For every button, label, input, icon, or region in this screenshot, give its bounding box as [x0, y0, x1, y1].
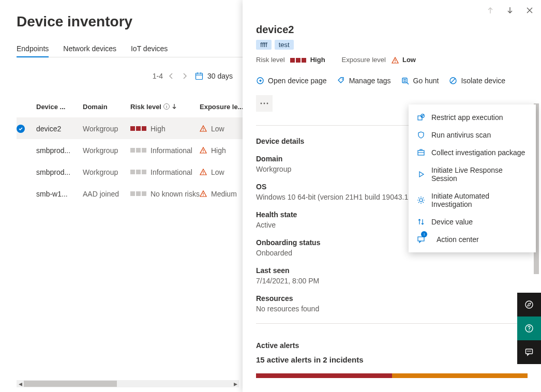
go-hunt-button[interactable]: Go hunt [401, 77, 439, 85]
scroll-left-icon[interactable]: ◂ [17, 380, 24, 387]
isolate-icon [449, 77, 457, 85]
more-actions-menu: Restrict app execution Run antivirus sca… [409, 104, 536, 252]
col-risk[interactable]: Risk level i [130, 103, 200, 111]
svg-point-28 [525, 301, 533, 308]
date-filter-label: 30 days [207, 72, 233, 80]
svg-point-5 [203, 130, 203, 130]
svg-rect-22 [418, 116, 422, 120]
isolate-device-button[interactable]: Isolate device [449, 77, 505, 85]
tab-endpoints[interactable]: Endpoints [17, 41, 49, 57]
pager-range: 1-4 [153, 72, 163, 80]
svg-point-19 [261, 102, 262, 104]
horizontal-scrollbar[interactable]: ◂ ▸ [17, 380, 239, 387]
warning-icon [200, 125, 207, 132]
alerts-summary: 15 active alerts in 2 incidents [256, 355, 528, 364]
date-filter[interactable]: 30 days [195, 72, 233, 80]
sort-arrow-down-icon [172, 103, 177, 110]
play-icon [417, 170, 425, 178]
menu-collect-package[interactable]: Collect investigation package [409, 144, 536, 161]
dock-button-feedback[interactable] [517, 340, 541, 364]
svg-rect-0 [196, 73, 202, 80]
manage-tags-button[interactable]: Manage tags [337, 77, 391, 85]
svg-point-9 [203, 173, 203, 174]
svg-point-26 [419, 199, 423, 202]
ellipsis-icon [260, 102, 268, 104]
dock-button-help[interactable] [517, 316, 541, 340]
more-actions-button[interactable] [256, 95, 273, 112]
tag-icon [337, 77, 345, 85]
table-row[interactable]: smbprod... Workgroup Informational High [17, 139, 243, 161]
table-row[interactable]: smb-w1... AAD joined No known risks.. Me… [17, 183, 243, 204]
svg-point-7 [203, 152, 203, 152]
svg-point-11 [203, 195, 203, 195]
table-row[interactable]: device2 Workgroup High Low [17, 117, 243, 139]
svg-point-30 [529, 330, 530, 331]
help-icon [524, 324, 534, 333]
panel-tags: ffff test [256, 40, 528, 50]
menu-restrict-app[interactable]: Restrict app execution [409, 109, 536, 126]
compass-icon [524, 300, 534, 309]
menu-live-response[interactable]: Initiate Live Response Session [409, 161, 536, 187]
dock-button-1[interactable] [517, 293, 541, 316]
panel-title: device2 [256, 24, 528, 36]
tab-iot-devices[interactable]: IoT devices [131, 41, 168, 57]
page-title: Device inventory [17, 13, 243, 30]
cell-risk: High [130, 125, 200, 133]
close-icon[interactable] [523, 4, 536, 17]
shield-icon [417, 131, 425, 139]
selected-check-icon [17, 125, 25, 133]
col-device[interactable]: Device ... [36, 103, 83, 111]
warning-icon [392, 57, 399, 64]
tab-network-devices[interactable]: Network devices [63, 41, 116, 57]
svg-line-18 [451, 79, 455, 83]
svg-point-21 [267, 102, 268, 104]
pager-next-icon[interactable] [179, 71, 190, 81]
open-device-page-button[interactable]: Open device page [256, 77, 327, 85]
panel-prev-icon[interactable] [484, 4, 497, 17]
notification-badge-icon: ! [421, 231, 427, 237]
warning-icon [200, 147, 207, 154]
menu-action-center[interactable]: ! Action center [409, 231, 536, 248]
tag[interactable]: test [275, 40, 294, 50]
warning-icon [200, 190, 207, 198]
svg-rect-16 [402, 78, 407, 83]
tag[interactable]: ffff [256, 40, 272, 50]
up-down-icon [417, 218, 425, 226]
package-icon [417, 148, 425, 157]
open-icon [256, 77, 264, 85]
calendar-icon [195, 72, 203, 80]
menu-auto-investigation[interactable]: Initiate Automated Investigation [409, 187, 536, 213]
cell-device: device2 [36, 125, 83, 133]
menu-device-value[interactable]: Device value [409, 213, 536, 231]
svg-point-20 [264, 102, 265, 104]
warning-icon [200, 169, 207, 176]
table-row[interactable]: smbprod... Workgroup Informational Low [17, 161, 243, 183]
info-icon: i [163, 103, 170, 110]
hunt-icon [401, 77, 410, 85]
svg-point-13 [395, 62, 395, 62]
cell-domain: Workgroup [83, 125, 130, 133]
svg-point-15 [342, 79, 343, 80]
restrict-icon [417, 113, 425, 122]
svg-rect-27 [418, 237, 424, 241]
pager-prev-icon[interactable] [166, 71, 176, 81]
alerts-severity-bar [256, 373, 528, 378]
scroll-right-icon[interactable]: ▸ [232, 380, 239, 387]
menu-run-av-scan[interactable]: Run antivirus scan [409, 126, 536, 144]
gear-icon [417, 196, 425, 204]
col-domain[interactable]: Domain [83, 103, 130, 111]
active-alerts-heading: Active alerts [256, 341, 299, 350]
panel-next-icon[interactable] [504, 4, 516, 17]
feedback-icon [524, 348, 534, 357]
